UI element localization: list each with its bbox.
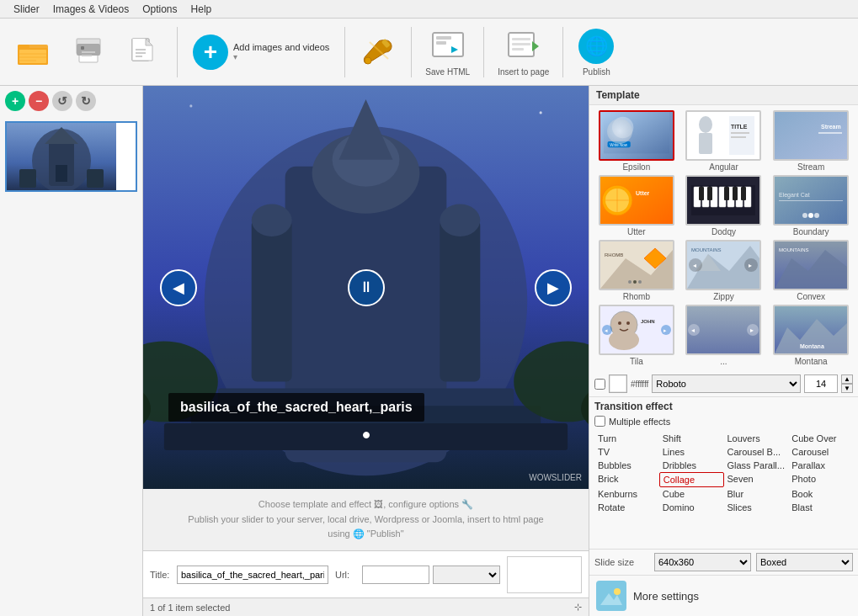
font-size-down[interactable]: ▼ [841, 384, 853, 393]
instruction-line2: Publish your slider to your server, loca… [152, 512, 580, 528]
menu-help[interactable]: Help [184, 2, 219, 17]
undo-button[interactable]: ↺ [52, 91, 72, 111]
dot-1[interactable] [363, 432, 370, 438]
svg-rect-87 [699, 187, 704, 200]
template-utter[interactable]: Utter Utter [594, 175, 679, 236]
transition-slices[interactable]: Slices [724, 501, 789, 514]
menu-slider[interactable]: Slider [7, 2, 46, 17]
font-color-value: #ffffff [631, 380, 648, 389]
multiple-effects-row: Multiple effects [594, 416, 853, 427]
options-button[interactable] [352, 29, 404, 75]
prev-slide-button[interactable]: ◀ [160, 269, 197, 306]
svg-point-54 [540, 111, 542, 114]
next-slide-button[interactable]: ▶ [535, 269, 572, 306]
transition-rotate[interactable]: Rotate [594, 501, 659, 514]
svg-text:◂: ◂ [691, 327, 695, 334]
svg-rect-69 [775, 112, 847, 159]
transition-book[interactable]: Book [788, 487, 853, 501]
template-stream[interactable]: Stream Stream [769, 110, 853, 172]
transition-kenburns[interactable]: Kenburns [594, 487, 659, 501]
divider-5 [562, 27, 563, 77]
transition-domino[interactable]: Domino [659, 501, 724, 514]
add-images-label: Add images and videos [233, 42, 329, 52]
utter-label: Utter [627, 227, 646, 236]
template-epsilon[interactable]: Write Now Epsilon [594, 110, 679, 172]
print-button[interactable] [62, 29, 115, 75]
template-montana[interactable]: Montana Montana [769, 305, 853, 366]
svg-point-121 [626, 321, 630, 325]
rhomb-label: Rhomb [623, 292, 650, 301]
svg-rect-27 [512, 48, 524, 50]
transition-cubeover[interactable]: Cube Over [788, 432, 853, 445]
open-button[interactable] [7, 29, 59, 75]
more-settings-row[interactable]: More settings [589, 575, 858, 616]
transition-glassparallax[interactable]: Glass Parall... [724, 459, 789, 472]
publish-button[interactable]: 🌐 Publish [570, 24, 622, 80]
more-label: ... [720, 357, 727, 366]
add-circle-icon: + [193, 35, 228, 70]
transition-louvers[interactable]: Louvers [724, 432, 789, 445]
font-size-input[interactable] [804, 374, 838, 393]
toolbar: + Add images and videos ▾ [0, 19, 858, 86]
svg-text:Stream: Stream [821, 124, 841, 130]
right-panel: Template Write Now Epsilon [589, 86, 858, 616]
multiple-effects-checkbox[interactable] [594, 416, 605, 427]
svg-rect-135 [610, 375, 626, 392]
svg-rect-5 [19, 56, 46, 58]
slide-dots [363, 432, 370, 438]
transition-shift[interactable]: Shift [659, 432, 724, 445]
svg-rect-42 [440, 220, 480, 382]
john-label: Tila [630, 357, 643, 366]
transition-carousel[interactable]: Carousel [788, 445, 853, 459]
title-input[interactable] [177, 566, 328, 584]
template-convex[interactable]: MOUNTAINS Convex [769, 240, 853, 301]
thumbnail-item[interactable] [5, 121, 137, 192]
template-more[interactable]: ◂ ▸ ... [682, 305, 766, 366]
font-checkbox[interactable] [594, 379, 605, 390]
slide-size-select[interactable]: 640x360 800x450 1280x720 [654, 553, 751, 571]
svg-point-102 [628, 280, 632, 284]
remove-slide-button[interactable]: − [29, 91, 49, 111]
insert-button[interactable]: Insert to page [491, 24, 556, 80]
template-boundary[interactable]: Elegant Cat Boundary [769, 175, 853, 236]
transition-bubbles[interactable]: Bubbles [594, 459, 659, 472]
transition-photo[interactable]: Photo [788, 472, 853, 487]
page-button[interactable] [118, 29, 170, 75]
svg-rect-11 [82, 51, 95, 53]
font-select[interactable]: Roboto Arial Georgia [652, 374, 801, 393]
menu-images-videos[interactable]: Images & Videos [46, 2, 136, 17]
font-size-up[interactable]: ▲ [841, 374, 853, 384]
slide-type-select[interactable]: Boxed Fullwidth [756, 553, 853, 571]
save-html-button[interactable]: Save HTML [418, 24, 477, 80]
transition-cube[interactable]: Cube [659, 487, 724, 501]
transition-lines[interactable]: Lines [659, 445, 724, 459]
transition-carouselb[interactable]: Carousel B... [724, 445, 789, 459]
transition-blur[interactable]: Blur [724, 487, 789, 501]
dodqy-label: Dodqy [711, 227, 736, 236]
redo-button[interactable]: ↻ [76, 91, 96, 111]
pause-play-button[interactable]: ⏸ [348, 269, 385, 306]
transition-tv[interactable]: TV [594, 445, 659, 459]
transition-seven[interactable]: Seven [724, 472, 789, 487]
transition-turn[interactable]: Turn [594, 432, 659, 445]
url-target-select[interactable]: _blank _self [433, 566, 500, 584]
svg-point-18 [365, 57, 371, 64]
template-john[interactable]: JOHN ◂ ▸ Tila [594, 305, 679, 366]
transition-parallax[interactable]: Parallax [788, 459, 853, 472]
transition-brick[interactable]: Brick [594, 472, 659, 487]
transition-blast[interactable]: Blast [788, 501, 853, 514]
transition-collage[interactable]: Collage [659, 472, 724, 487]
font-color-picker[interactable] [609, 374, 627, 393]
transition-section: Transition effect Multiple effects Turn … [589, 397, 858, 549]
template-zippy[interactable]: MOUNTAINS ◂ ▸ Zippy [682, 240, 766, 301]
add-slide-button[interactable]: + [5, 91, 25, 111]
insert-label: Insert to page [498, 67, 549, 77]
url-input[interactable] [362, 566, 429, 584]
add-images-button[interactable]: + Add images and videos ▾ [184, 31, 338, 73]
template-rhomb[interactable]: RHOMB Rhomb [594, 240, 679, 301]
svg-rect-26 [512, 43, 530, 45]
menu-options[interactable]: Options [136, 2, 184, 17]
template-angular[interactable]: TITLE Angular [682, 110, 766, 172]
transition-dribbles[interactable]: Dribbles [659, 459, 724, 472]
template-dodqy[interactable]: Dodqy [682, 175, 766, 236]
